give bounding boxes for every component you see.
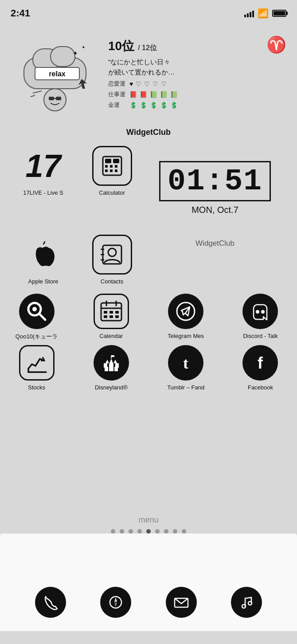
disneyland-icon (100, 352, 122, 374)
svg-marker-58 (114, 597, 117, 602)
relax-widget: ✦ ✦ relax (11, 31, 99, 120)
svg-rect-48 (104, 363, 107, 368)
horoscope-rank: 10位 / 12位 (108, 38, 157, 55)
svg-rect-54 (111, 355, 114, 357)
apple-icon (27, 238, 60, 271)
dock-phone[interactable] (35, 587, 66, 618)
svg-marker-59 (114, 602, 117, 607)
menu-label: menu (0, 511, 297, 525)
svg-rect-16 (113, 159, 119, 163)
menu-dot-1 (111, 529, 115, 534)
svg-rect-17 (105, 165, 108, 168)
signal-icon (244, 9, 254, 17)
mail-icon-circle (166, 587, 197, 618)
app-calculator[interactable]: Calculator (78, 146, 146, 196)
app-telegram[interactable]: Telegram Mes (154, 294, 218, 341)
widget-area: ✦ ✦ relax 10位 / 12位 ♈ (0, 22, 297, 124)
status-icons: 📶 (244, 8, 286, 19)
dock-music[interactable] (231, 587, 262, 618)
menu-dot-9 (182, 529, 186, 534)
menu-dot-6 (155, 529, 160, 534)
svg-rect-9 (49, 97, 54, 100)
svg-line-12 (33, 91, 42, 93)
app-discord[interactable]: Discord - Talk (228, 294, 293, 341)
dock-mail[interactable] (166, 587, 197, 618)
svg-text:f: f (258, 354, 263, 372)
qoo10-icon (26, 300, 48, 322)
fortune-work: 仕事運 📕 📕 📗 📗 📗 (108, 90, 286, 98)
app-row-3: Qoo10(キューラ Calendar (0, 294, 297, 341)
menu-dot-4 (137, 529, 142, 534)
app-disneyland[interactable]: Disneyland® (79, 345, 143, 391)
wifi-icon: 📶 (258, 8, 269, 19)
svg-rect-21 (110, 169, 113, 172)
svg-point-24 (108, 248, 116, 256)
music-icon (238, 594, 255, 611)
svg-rect-38 (104, 315, 107, 318)
app-17live[interactable]: 17 17LIVE - Live S (9, 146, 78, 196)
svg-point-29 (32, 307, 37, 311)
svg-rect-18 (110, 165, 113, 168)
app-apple-store[interactable]: Apple Store (9, 235, 78, 285)
fortune-money: 金運 💲 💲 💲 💲 💲 (108, 101, 286, 109)
svg-point-43 (256, 310, 259, 314)
menu-dot-2 (120, 529, 124, 534)
svg-rect-45 (109, 364, 113, 371)
app-qoo10[interactable]: Qoo10(キューラ (4, 294, 69, 341)
tumblr-icon: t (175, 352, 197, 374)
app-row-1: 17 17LIVE - Live S Calculator 01:51 MON,… (0, 146, 297, 230)
contacts-icon (100, 243, 124, 267)
app-facebook[interactable]: f Facebook (228, 345, 293, 391)
svg-rect-10 (56, 97, 61, 100)
dock-arch (0, 534, 297, 631)
svg-point-44 (261, 310, 265, 314)
clock-widget-area: 01:51 MON, Oct.7 (146, 146, 284, 230)
svg-point-61 (242, 605, 246, 608)
battery-icon (272, 10, 286, 17)
menu-area: menu (0, 511, 297, 644)
menu-dots (0, 529, 297, 534)
discord-icon (249, 300, 271, 322)
app-row-2: Apple Store Contacts WidgetClub (0, 235, 297, 285)
app-stocks[interactable]: Stocks (4, 345, 69, 391)
app-tumblr[interactable]: t Tumblr – Fand (154, 345, 218, 391)
phone-icon-circle (35, 587, 66, 618)
svg-rect-20 (105, 169, 108, 172)
widgetclub-label-2: WidgetClub (146, 235, 284, 248)
svg-rect-2 (51, 47, 75, 67)
svg-marker-50 (106, 360, 109, 363)
svg-rect-40 (115, 315, 119, 318)
svg-text:t: t (183, 354, 188, 372)
dock-icons (0, 587, 297, 618)
menu-dot-5 (146, 529, 151, 534)
svg-rect-49 (115, 363, 119, 368)
clock-date: MON, Oct.7 (191, 205, 238, 215)
clock-time: 01:51 (159, 161, 271, 201)
svg-rect-36 (109, 311, 113, 314)
svg-text:relax: relax (49, 70, 65, 78)
fortune-love: 恋愛運 ♥ ♡ ♡ ♡ ♡ (108, 80, 286, 88)
relax-illustration: ✦ ✦ relax (11, 31, 99, 120)
svg-rect-15 (105, 159, 111, 163)
svg-point-8 (44, 89, 66, 111)
compass-icon (107, 594, 124, 611)
calendar-icon (99, 299, 123, 323)
widgetclub-label: WidgetClub (0, 128, 297, 137)
menu-dot-8 (173, 529, 177, 534)
telegram-icon (175, 300, 197, 322)
phone-icon (42, 594, 59, 611)
svg-rect-19 (115, 165, 117, 168)
music-icon-circle (231, 587, 262, 618)
mail-icon (173, 594, 190, 611)
svg-line-13 (31, 95, 35, 97)
svg-line-30 (39, 314, 45, 320)
dock-compass[interactable] (100, 587, 131, 618)
svg-text:✦: ✦ (73, 50, 78, 57)
stocks-icon (25, 351, 49, 375)
app-contacts[interactable]: Contacts (78, 235, 146, 285)
horoscope-widget: 10位 / 12位 ♈ "なにかと忙しい日々が続いて置かれるか… 恋愛運 ♥ ♡… (108, 31, 286, 109)
menu-dot-7 (164, 529, 168, 534)
app-calendar[interactable]: Calendar (79, 294, 143, 341)
clock-display: 01:51 MON, Oct.7 (146, 146, 284, 230)
svg-text:✦: ✦ (82, 45, 85, 50)
